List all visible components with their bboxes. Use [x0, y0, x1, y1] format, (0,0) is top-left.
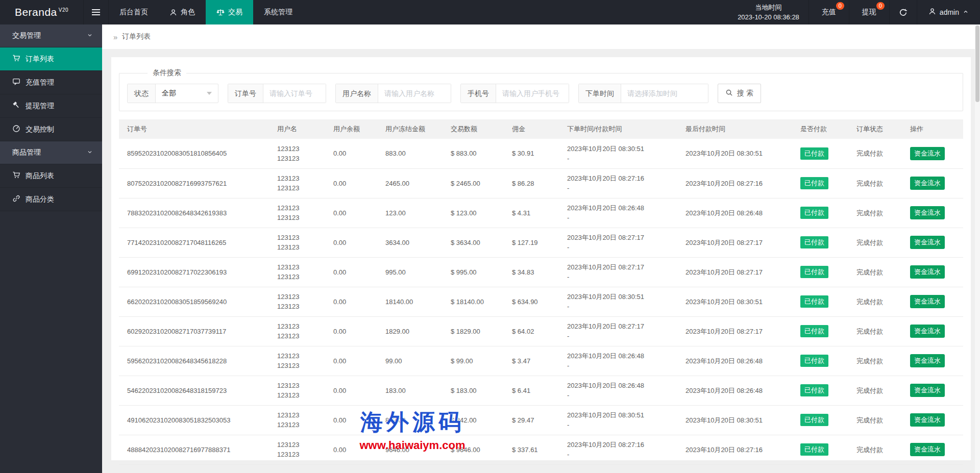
search-button[interactable]: 搜 索: [718, 84, 761, 103]
nav-item-label: 角色: [181, 8, 195, 17]
username-cell: 123123123123: [272, 257, 328, 287]
fund-flow-button[interactable]: 资金流水: [910, 384, 945, 397]
last-pay-time-cell: 2023年10月20日 08:30:51: [680, 405, 795, 435]
frozen-amount-cell: 18140.00: [380, 287, 446, 316]
fund-flow-button[interactable]: 资金流水: [910, 295, 945, 308]
nav-item-roles[interactable]: 角色: [159, 0, 206, 24]
logo-version: V20: [59, 7, 68, 13]
column-header: 最后付款时间: [680, 119, 795, 139]
order-status-cell: 完成付款: [851, 316, 905, 346]
phone-input[interactable]: [496, 84, 569, 103]
trade-amount-cell: $ 99.00: [446, 346, 507, 376]
sidebar-item-order-list[interactable]: 订单列表: [0, 47, 102, 71]
order-no-cell: 602920231020082717037739117: [119, 316, 272, 346]
orders-table-head: 订单号用户名用户余额用户冻结金额交易数额佣金下单时间/付款时间最后付款时间是否付…: [119, 119, 963, 139]
admin-menu[interactable]: admin: [917, 0, 980, 24]
sidebar-item-withdraw-management[interactable]: 提现管理: [0, 94, 102, 118]
commission-cell: $ 64.02: [507, 316, 562, 346]
order-pay-time-cell: 2023年10月20日 08:27:17-: [562, 257, 680, 287]
username-cell: 123123123123: [272, 287, 328, 316]
commission-cell: $ 30.91: [507, 139, 562, 168]
order-status-cell: 完成付款: [851, 139, 905, 168]
sidebar-group-trade-management[interactable]: 交易管理: [0, 24, 102, 47]
balance-cell: 0.00: [328, 346, 380, 376]
paid-badge: 已付款: [800, 443, 828, 456]
action-cell: 资金流水: [905, 228, 963, 257]
commission-cell: $ 127.19: [507, 228, 562, 257]
sidebar-group-product-management[interactable]: 商品管理: [0, 141, 102, 164]
order-row: 4888420231020082716977888371123123123123…: [119, 435, 963, 464]
trade-amount-cell: $ 123.00: [446, 198, 507, 228]
paid-status-cell: 已付款: [795, 346, 851, 376]
scrollbar-thumb[interactable]: [975, 26, 979, 102]
order-no-cell: 595620231020082648345618228: [119, 346, 272, 376]
sidebar-item-recharge-management[interactable]: 充值管理: [0, 71, 102, 94]
fund-flow-button[interactable]: 资金流水: [910, 206, 945, 219]
order-pay-time-cell: 2023年10月20日 08:26:48-: [562, 376, 680, 405]
status-select[interactable]: 全部: [156, 84, 218, 103]
balance-cell: 0.00: [328, 168, 380, 198]
order-row: 4910620231020083051832503053123123123123…: [119, 405, 963, 435]
order-no-label: 订单号: [228, 84, 263, 103]
order-row: 8595202310200830518108564051231231231230…: [119, 139, 963, 168]
fund-flow-button[interactable]: 资金流水: [910, 177, 945, 190]
select-arrow-icon: [207, 92, 212, 95]
paid-status-cell: 已付款: [795, 376, 851, 405]
order-pay-time-cell: 2023年10月20日 08:30:51-: [562, 405, 680, 435]
nav-item-label: 后台首页: [119, 8, 148, 17]
nav-item-trade[interactable]: 交易: [206, 0, 253, 24]
paid-badge: 已付款: [800, 355, 828, 367]
fund-flow-button[interactable]: 资金流水: [910, 236, 945, 249]
recharge-button[interactable]: 充值 0: [808, 0, 849, 24]
orders-table: 订单号用户名用户余额用户冻结金额交易数额佣金下单时间/付款时间最后付款时间是否付…: [119, 119, 963, 465]
nav-item-label: 交易: [228, 8, 242, 17]
column-header: 佣金: [507, 119, 562, 139]
paid-badge: 已付款: [800, 236, 828, 248]
order-status-cell: 完成付款: [851, 376, 905, 405]
paid-status-cell: 已付款: [795, 316, 851, 346]
nav-item-home[interactable]: 后台首页: [109, 0, 159, 24]
trade-amount-cell: $ 18140.00: [446, 287, 507, 316]
status-filter: 状态 全部: [127, 84, 218, 103]
order-row: 6620202310200830518595692401231231231230…: [119, 287, 963, 316]
commission-cell: $ 634.90: [507, 287, 562, 316]
order-time-input[interactable]: [621, 84, 708, 103]
order-pay-time-cell: 2023年10月20日 08:27:16-: [562, 168, 680, 198]
balance-cell: 0.00: [328, 287, 380, 316]
commission-cell: $ 3.47: [507, 346, 562, 376]
username-cell: 123123123123: [272, 228, 328, 257]
order-row: 6991202310200827170223061931231231231230…: [119, 257, 963, 287]
phone-filter: 手机号: [460, 84, 569, 103]
column-header: 交易数额: [446, 119, 507, 139]
refresh-icon[interactable]: [889, 0, 917, 24]
fund-flow-button[interactable]: 资金流水: [910, 354, 945, 367]
commission-cell: $ 6.41: [507, 376, 562, 405]
recharge-label: 充值: [822, 8, 836, 17]
breadcrumb-separator-icon: »: [113, 33, 117, 41]
fund-flow-button[interactable]: 资金流水: [910, 265, 945, 279]
column-header: 订单号: [119, 119, 272, 139]
search-icon: [725, 89, 733, 98]
last-pay-time-cell: 2023年10月20日 08:26:48: [680, 346, 795, 376]
sidebar-item-product-category[interactable]: 商品分类: [0, 188, 102, 211]
order-no-cell: 4910620231020083051832503053: [119, 405, 272, 435]
fund-flow-button[interactable]: 资金流水: [910, 325, 945, 338]
sidebar-item-trade-control[interactable]: 交易控制: [0, 118, 102, 141]
sidebar-item-product-list[interactable]: 商品列表: [0, 164, 102, 188]
username-input[interactable]: [378, 84, 451, 103]
action-cell: 资金流水: [905, 316, 963, 346]
vertical-scrollbar[interactable]: [975, 24, 980, 473]
fund-flow-button[interactable]: 资金流水: [910, 443, 945, 456]
trade-amount-cell: $ 3634.00: [446, 228, 507, 257]
nav-item-system[interactable]: 系统管理: [253, 0, 303, 24]
order-no-input[interactable]: [263, 84, 326, 103]
fund-flow-button[interactable]: 资金流水: [910, 413, 945, 427]
order-row: 5956202310200826483456182281231231231230…: [119, 346, 963, 376]
sidebar-item-label: 提现管理: [26, 102, 54, 111]
username-cell: 123123123123: [272, 139, 328, 168]
action-cell: 资金流水: [905, 376, 963, 405]
sidebar-collapse-icon[interactable]: [83, 0, 109, 24]
withdraw-button[interactable]: 提现 0: [849, 0, 889, 24]
paid-badge: 已付款: [800, 384, 828, 396]
fund-flow-button[interactable]: 资金流水: [910, 147, 945, 160]
